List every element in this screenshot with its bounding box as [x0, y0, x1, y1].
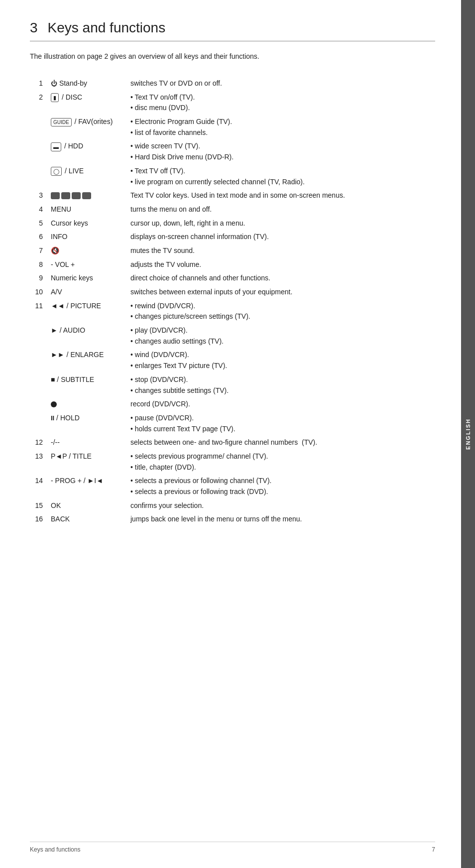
footer-page-number: 7 [432, 846, 435, 853]
key-number: 9 [30, 271, 48, 285]
disc-icon: ▮ [51, 93, 59, 102]
key-number: 10 [30, 285, 48, 299]
key-number: 8 [30, 258, 48, 272]
table-row: ◯ / LIVE Text TV off (TV). live program … [30, 164, 435, 189]
page-footer: Keys and functions 7 [30, 842, 435, 853]
key-description: selects a previous or following channel … [127, 474, 435, 498]
table-row: 13 P◄P / TITLE selects previous programm… [30, 450, 435, 474]
mute-icon: 🔇 [51, 247, 59, 254]
key-name: ►► / ENLARGE [48, 348, 127, 372]
key-number [30, 139, 48, 164]
key-description: switches TV or DVD on or off. [127, 77, 435, 91]
title-divider [30, 41, 435, 41]
key-description: wide screen TV (TV). Hard Disk Drive men… [127, 139, 435, 164]
key-name: - VOL + [48, 258, 127, 272]
key-description: record (DVD/VCR). [127, 397, 435, 411]
key-number [30, 115, 48, 139]
table-row: 5 Cursor keys cursor up, down, left, rig… [30, 217, 435, 231]
key-number: 5 [30, 217, 48, 231]
key-description: selects previous programme/ channel (TV)… [127, 450, 435, 474]
table-row: 7 🔇 mutes the TV sound. [30, 244, 435, 258]
page-title: 3 Keys and functions [30, 20, 435, 36]
key-description: wind (DVD/VCR). enlarges Text TV picture… [127, 348, 435, 372]
key-name: -/-- [48, 436, 127, 450]
key-description: stop (DVD/VCR). changes subtitle setting… [127, 373, 435, 397]
key-number [30, 164, 48, 189]
fav-icon: GUIDE [51, 118, 72, 126]
table-row: 2 ▮ / DISC Text TV on/off (TV). disc men… [30, 91, 435, 115]
key-number: 4 [30, 203, 48, 217]
key-description: jumps back one level in the menu or turn… [127, 512, 435, 526]
key-name: ⏻ Stand-by [48, 77, 127, 91]
table-row: 4 MENU turns the menu on and off. [30, 203, 435, 217]
color-key-red [61, 192, 70, 199]
key-description: Text TV off (TV). live program on curren… [127, 164, 435, 189]
chapter-title: Keys and functions [48, 20, 166, 36]
key-description: Electronic Program Guide (TV). list of f… [127, 115, 435, 139]
table-row: 12 -/-- selects between one- and two-fig… [30, 436, 435, 450]
table-row: record (DVD/VCR). [30, 397, 435, 411]
key-description: adjusts the TV volume. [127, 258, 435, 272]
key-number [30, 324, 48, 348]
key-name: II / HOLD [48, 411, 127, 436]
key-number: 16 [30, 512, 48, 526]
footer-left-label: Keys and functions [30, 846, 80, 853]
table-row: 9 Numeric keys direct choice of channels… [30, 271, 435, 285]
key-name: ▬ / HDD [48, 139, 127, 164]
hdd-icon: ▬ [51, 142, 61, 151]
key-number: 1 [30, 77, 48, 91]
table-row: 15 OK confirms your selection. [30, 499, 435, 513]
key-description: mutes the TV sound. [127, 244, 435, 258]
key-description: cursor up, down, left, right in a menu. [127, 217, 435, 231]
key-name: P◄P / TITLE [48, 450, 127, 474]
key-number: 6 [30, 230, 48, 244]
key-description: Text TV color keys. Used in text mode an… [127, 189, 435, 203]
key-name: MENU [48, 203, 127, 217]
key-description: selects between one- and two-figure chan… [127, 436, 435, 450]
key-number [30, 411, 48, 436]
keys-table: 1 ⏻ Stand-by switches TV or DVD on or of… [30, 77, 435, 526]
key-name: ▮ / DISC [48, 91, 127, 115]
key-description: Text TV on/off (TV). disc menu (DVD). [127, 91, 435, 115]
intro-text: The illustration on page 2 gives an over… [30, 51, 435, 62]
key-name: ► / AUDIO [48, 324, 127, 348]
key-name: ◄◄ / PICTURE [48, 299, 127, 324]
key-number: 7 [30, 244, 48, 258]
key-name: BACK [48, 512, 127, 526]
key-name [48, 397, 127, 411]
key-name: Cursor keys [48, 217, 127, 231]
key-number: 3 [30, 189, 48, 203]
key-name: 🔇 [48, 244, 127, 258]
table-row: II / HOLD pause (DVD/VCR). holds current… [30, 411, 435, 436]
live-icon: ◯ [51, 167, 62, 176]
pause-icon: II [51, 414, 54, 422]
key-name: Numeric keys [48, 271, 127, 285]
key-number: 12 [30, 436, 48, 450]
table-row: 16 BACK jumps back one level in the menu… [30, 512, 435, 526]
key-number [30, 348, 48, 372]
key-description: confirms your selection. [127, 499, 435, 513]
table-row: 11 ◄◄ / PICTURE rewind (DVD/VCR). change… [30, 299, 435, 324]
key-name [48, 189, 127, 203]
key-name: - PROG + / ►I◄ [48, 474, 127, 498]
table-row: 10 A/V switches between external inputs … [30, 285, 435, 299]
color-key-blue [82, 192, 91, 199]
key-number [30, 397, 48, 411]
key-description: switches between external inputs of your… [127, 285, 435, 299]
table-row: 1 ⏻ Stand-by switches TV or DVD on or of… [30, 77, 435, 91]
key-name: ■ / SUBTITLE [48, 373, 127, 397]
key-number: 11 [30, 299, 48, 324]
table-row: ►► / ENLARGE wind (DVD/VCR). enlarges Te… [30, 348, 435, 372]
table-row: 6 INFO displays on-screen channel inform… [30, 230, 435, 244]
page-container: ENGLISH 3 Keys and functions The illustr… [0, 0, 475, 868]
color-key-green [51, 192, 60, 199]
table-row: 3 Text TV color keys. Used in text mode … [30, 189, 435, 203]
table-row: 8 - VOL + adjusts the TV volume. [30, 258, 435, 272]
key-name: A/V [48, 285, 127, 299]
key-number [30, 373, 48, 397]
key-name: GUIDE / FAV(orites) [48, 115, 127, 139]
key-number: 2 [30, 91, 48, 115]
color-key-yellow [72, 192, 81, 199]
key-description: turns the menu on and off. [127, 203, 435, 217]
key-number: 15 [30, 499, 48, 513]
